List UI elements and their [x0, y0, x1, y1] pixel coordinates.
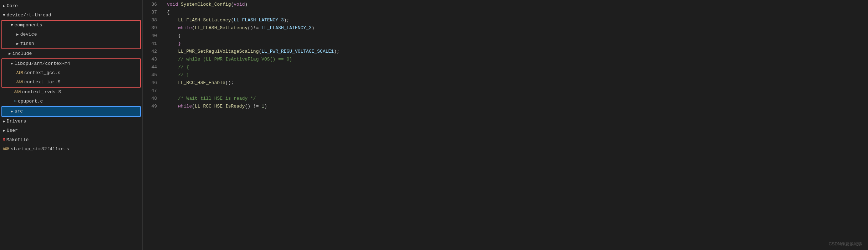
- chevron-down-icon: ▼: [3, 11, 5, 19]
- chevron-right-icon: ▶: [16, 31, 19, 38]
- sidebar-item-device[interactable]: ▶ device: [2, 30, 140, 39]
- chevron-right-icon: ▶: [11, 108, 13, 115]
- sidebar-item-include[interactable]: ▶ include: [0, 49, 142, 58]
- sidebar-item-label: context_gcc.s: [24, 69, 60, 77]
- code-content[interactable]: void SystemClock_Config(void) { LL_FLASH…: [161, 1, 868, 250]
- m-badge: M: [3, 136, 5, 144]
- sidebar-item-label: startup_stm32f411xe.s: [11, 145, 69, 153]
- sidebar-item-context-rvds-s[interactable]: ASM context_rvds.S: [0, 88, 142, 97]
- sidebar-item-core[interactable]: ▶ Core: [0, 1, 142, 11]
- sidebar-item-label: context_rvds.S: [22, 88, 61, 96]
- sidebar-item-libcpu[interactable]: ▼ libcpu/arm/cortex-m4: [2, 59, 140, 68]
- sidebar-item-user[interactable]: ▶ User: [0, 126, 142, 135]
- chevron-right-icon: ▶: [3, 118, 5, 125]
- code-line-44: // {: [167, 63, 868, 71]
- code-line-46: LL_RCC_HSE_Enable();: [167, 79, 868, 87]
- code-line-41: }: [167, 40, 868, 48]
- code-editor: 36 37 38 39 40 41 42 43 44 45 46 47 48 4…: [143, 0, 868, 250]
- line-num-48: 48: [143, 95, 157, 103]
- chevron-down-icon: ▼: [11, 60, 13, 68]
- line-num-45: 45: [143, 71, 157, 79]
- sidebar-item-label: finsh: [20, 40, 34, 48]
- sidebar-item-cpuport-c[interactable]: C cpuport.c: [0, 97, 142, 106]
- sidebar-item-label: Makefile: [6, 136, 29, 144]
- chevron-right-icon: ▶: [16, 40, 19, 48]
- watermark: CSDN@夏侯城砾: [829, 241, 862, 247]
- sidebar-item-device-rt-thread[interactable]: ▼ device/rt-thread: [0, 11, 142, 20]
- sidebar-item-startup[interactable]: ASM startup_stm32f411xe.s: [0, 145, 142, 154]
- c-badge: C: [14, 98, 16, 105]
- code-line-40: {: [167, 32, 868, 40]
- sidebar-item-components[interactable]: ▼ components: [2, 21, 140, 30]
- sidebar-item-label: cpuport.c: [18, 98, 43, 105]
- code-area: 36 37 38 39 40 41 42 43 44 45 46 47 48 4…: [143, 0, 868, 250]
- line-num-47: 47: [143, 87, 157, 95]
- line-num-42: 42: [143, 48, 157, 56]
- sidebar-item-label: src: [15, 108, 23, 115]
- sidebar-item-label: device/rt-thread: [7, 11, 51, 19]
- asm-badge: ASM: [14, 88, 21, 96]
- sidebar-item-label: User: [7, 127, 18, 135]
- asm-badge: ASM: [16, 78, 23, 86]
- sidebar-item-label: Drivers: [7, 118, 26, 125]
- sidebar-item-label: include: [12, 50, 32, 58]
- line-num-46: 46: [143, 79, 157, 87]
- sidebar-item-label: device: [20, 31, 37, 38]
- asm-badge: ASM: [16, 69, 23, 77]
- code-line-36: void SystemClock_Config(void): [167, 1, 868, 9]
- line-num-38: 38: [143, 16, 157, 24]
- line-num-49: 49: [143, 103, 157, 110]
- components-outline: ▼ components ▶ device ▶ finsh: [1, 20, 141, 49]
- code-line-49: while(LL_RCC_HSE_IsReady() != 1): [167, 103, 868, 110]
- chevron-right-icon: ▶: [3, 2, 5, 10]
- sidebar-item-src[interactable]: ▶ src: [2, 107, 140, 116]
- sidebar-item-context-iar-s[interactable]: ASM context_iar.S: [2, 78, 140, 87]
- code-line-48: /* Wait till HSE is ready */: [167, 95, 868, 103]
- sidebar: ▶ Core ▼ device/rt-thread ▼ components ▶…: [0, 0, 143, 250]
- code-line-39: while(LL_FLASH_GetLatency()!= LL_FLASH_L…: [167, 24, 868, 32]
- line-num-44: 44: [143, 63, 157, 71]
- code-line-38: LL_FLASH_SetLatency(LL_FLASH_LATENCY_3);: [167, 16, 868, 24]
- sidebar-item-label: components: [15, 21, 42, 29]
- asm-badge: ASM: [3, 145, 9, 153]
- code-line-37: {: [167, 9, 868, 16]
- src-outline: ▶ src: [1, 106, 141, 117]
- sidebar-item-makefile[interactable]: M Makefile: [0, 135, 142, 145]
- code-line-42: LL_PWR_SetRegulVoltageScaling(LL_PWR_REG…: [167, 48, 868, 56]
- code-line-47: [167, 87, 868, 95]
- line-num-36: 36: [143, 1, 157, 9]
- line-num-41: 41: [143, 40, 157, 48]
- sidebar-item-label: context_iar.S: [24, 78, 60, 86]
- line-num-43: 43: [143, 56, 157, 63]
- line-numbers: 36 37 38 39 40 41 42 43 44 45 46 47 48 4…: [143, 1, 161, 250]
- line-num-37: 37: [143, 9, 157, 16]
- libcpu-outline: ▼ libcpu/arm/cortex-m4 ASM context_gcc.s…: [1, 58, 141, 88]
- chevron-down-icon: ▼: [11, 21, 13, 29]
- sidebar-item-label: libcpu/arm/cortex-m4: [15, 60, 70, 68]
- code-line-45: // }: [167, 71, 868, 79]
- sidebar-item-label: Core: [7, 2, 18, 10]
- code-line-43: // while (LL_PWR_IsActiveFlag_VOS() == 0…: [167, 56, 868, 63]
- sidebar-item-context-gcc-s[interactable]: ASM context_gcc.s: [2, 68, 140, 78]
- sidebar-item-drivers[interactable]: ▶ Drivers: [0, 117, 142, 126]
- line-num-40: 40: [143, 32, 157, 40]
- sidebar-item-finsh[interactable]: ▶ finsh: [2, 39, 140, 48]
- chevron-right-icon: ▶: [9, 50, 11, 58]
- chevron-right-icon: ▶: [3, 127, 5, 135]
- line-num-39: 39: [143, 24, 157, 32]
